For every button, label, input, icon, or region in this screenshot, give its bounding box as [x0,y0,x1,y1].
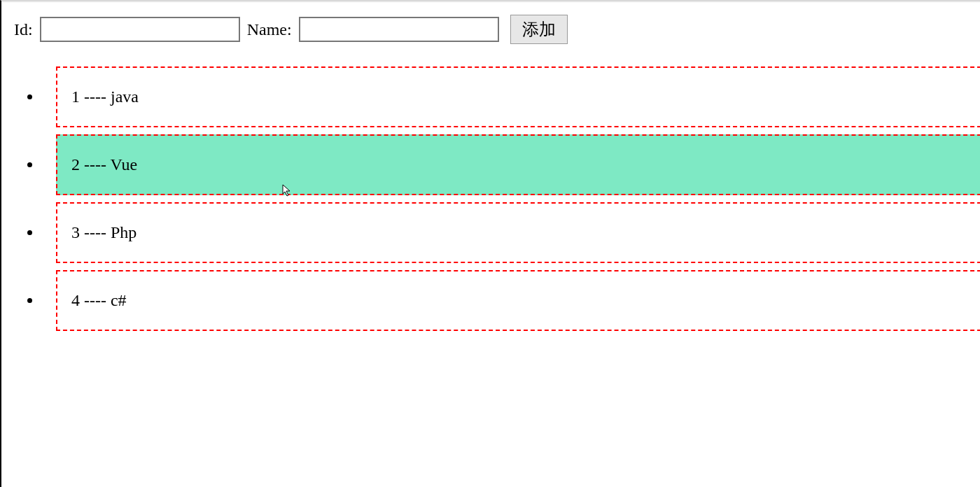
list-item: 4 ---- c# [42,270,980,331]
list-item-text: 2 ---- Vue [71,155,137,174]
list-item-box[interactable]: 1 ---- java [56,66,980,127]
list-item-text: 1 ---- java [71,87,139,106]
id-label: Id: [14,20,33,39]
add-button[interactable]: 添加 [510,15,568,44]
id-input[interactable] [40,17,240,42]
list-item-text: 4 ---- c# [71,291,127,309]
item-list: 1 ---- java2 ---- Vue3 ---- Php4 ---- c# [1,66,980,331]
list-item-text: 3 ---- Php [71,223,136,241]
list-item-box[interactable]: 2 ---- Vue [56,134,980,195]
list-item: 2 ---- Vue [42,134,980,195]
name-label: Name: [247,20,292,39]
list-item-box[interactable]: 3 ---- Php [56,202,980,263]
list-item: 3 ---- Php [42,202,980,263]
list-item: 1 ---- java [42,66,980,127]
form-row: Id: Name: 添加 [1,2,980,50]
list-item-box[interactable]: 4 ---- c# [56,270,980,331]
name-input[interactable] [299,17,499,42]
